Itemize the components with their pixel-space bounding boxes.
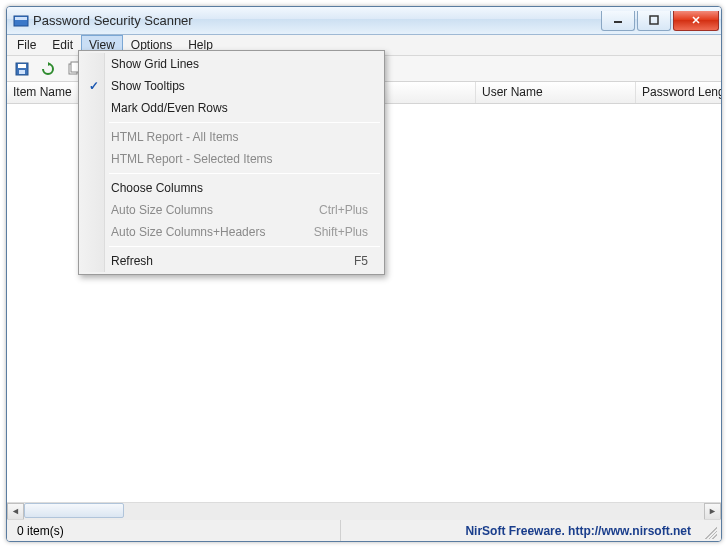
check-icon: ✓ bbox=[81, 75, 107, 97]
svg-rect-6 bbox=[19, 70, 25, 74]
svg-rect-1 bbox=[15, 17, 27, 20]
scroll-track[interactable] bbox=[24, 503, 704, 520]
menu-edit[interactable]: Edit bbox=[44, 35, 81, 55]
menu-html-report-selected: HTML Report - Selected Items bbox=[81, 148, 382, 170]
minimize-button[interactable] bbox=[601, 11, 635, 31]
column-user-name[interactable]: User Name bbox=[476, 82, 636, 103]
menu-html-report-all: HTML Report - All Items bbox=[81, 126, 382, 148]
status-credit: NirSoft Freeware. http://www.nirsoft.net bbox=[465, 524, 701, 538]
svg-rect-5 bbox=[18, 64, 26, 68]
view-dropdown: Show Grid Lines ✓ Show Tooltips Mark Odd… bbox=[78, 50, 385, 275]
window-title: Password Security Scanner bbox=[33, 13, 193, 28]
menu-mark-odd-even-rows[interactable]: Mark Odd/Even Rows bbox=[81, 97, 382, 119]
menu-separator bbox=[109, 246, 380, 247]
scroll-left-button[interactable]: ◄ bbox=[7, 503, 24, 520]
check-icon bbox=[81, 53, 107, 75]
menu-auto-size-columns-headers: Auto Size Columns+Headers Shift+Plus bbox=[81, 221, 382, 243]
refresh-icon[interactable] bbox=[37, 58, 59, 80]
scroll-right-button[interactable]: ► bbox=[704, 503, 721, 520]
menu-separator bbox=[109, 122, 380, 123]
svg-rect-2 bbox=[614, 21, 622, 23]
app-icon bbox=[13, 13, 29, 29]
resize-grip-icon[interactable] bbox=[701, 523, 717, 539]
scroll-thumb[interactable] bbox=[24, 503, 124, 518]
menu-refresh[interactable]: Refresh F5 bbox=[81, 250, 382, 272]
status-count: 0 item(s) bbox=[11, 520, 341, 541]
window-buttons bbox=[601, 11, 719, 31]
check-icon bbox=[81, 97, 107, 119]
close-button[interactable] bbox=[673, 11, 719, 31]
menu-choose-columns[interactable]: Choose Columns bbox=[81, 177, 382, 199]
save-icon[interactable] bbox=[11, 58, 33, 80]
statusbar: 0 item(s) NirSoft Freeware. http://www.n… bbox=[7, 519, 721, 541]
menu-show-grid-lines[interactable]: Show Grid Lines bbox=[81, 53, 382, 75]
maximize-button[interactable] bbox=[637, 11, 671, 31]
menu-show-tooltips[interactable]: ✓ Show Tooltips bbox=[81, 75, 382, 97]
horizontal-scrollbar[interactable]: ◄ ► bbox=[7, 502, 721, 519]
menu-separator bbox=[109, 173, 380, 174]
titlebar[interactable]: Password Security Scanner bbox=[7, 7, 721, 35]
svg-rect-3 bbox=[650, 16, 658, 24]
column-password-length[interactable]: Password Length bbox=[636, 82, 721, 103]
menu-file[interactable]: File bbox=[9, 35, 44, 55]
menu-auto-size-columns: Auto Size Columns Ctrl+Plus bbox=[81, 199, 382, 221]
